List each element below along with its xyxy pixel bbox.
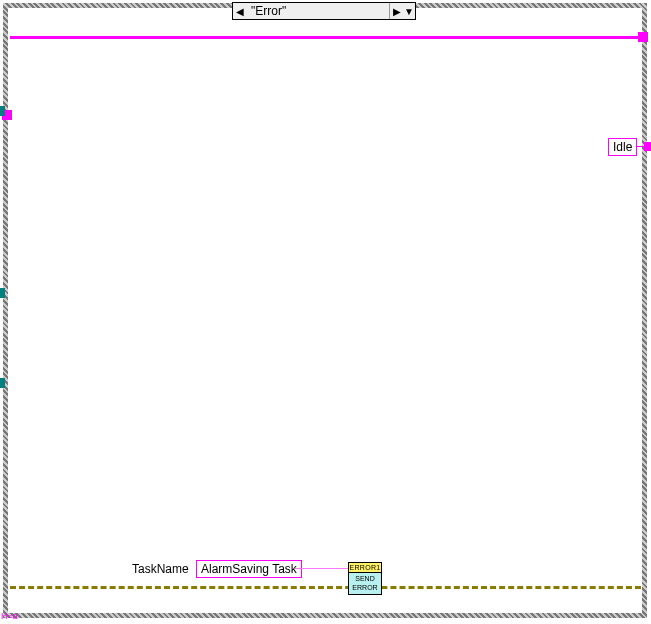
taskname-string-constant[interactable]: AlarmSaving Task <box>196 560 302 578</box>
edge-connector-c <box>0 378 5 388</box>
case-dropdown-arrow-icon[interactable]: ▼ <box>403 3 415 19</box>
taskname-label: TaskName <box>132 562 189 576</box>
case-selector-label: "Error" <box>247 4 389 18</box>
tunnel-state-out <box>638 32 648 42</box>
case-selector[interactable]: ◀ "Error" ▶ ▼ <box>232 2 416 20</box>
send-error-vi-header: ERROR1 <box>348 562 382 573</box>
footer-tag: H=a <box>1 611 18 621</box>
edge-connector-b <box>0 288 5 298</box>
case-prev-arrow-icon[interactable]: ◀ <box>233 3 247 19</box>
send-error-line2: ERROR <box>349 583 381 592</box>
wire-taskname <box>295 568 349 569</box>
send-error-subvi[interactable]: ERROR1 SEND ERROR <box>348 562 382 595</box>
send-error-line1: SEND <box>349 574 381 583</box>
wire-error-cluster <box>10 586 641 589</box>
case-structure-frame <box>3 3 647 618</box>
tunnel-idle-out <box>644 142 651 151</box>
case-next-arrow-icon[interactable]: ▶ <box>389 3 403 19</box>
edge-connector-a <box>0 106 5 116</box>
wire-state-cluster <box>10 36 641 39</box>
idle-state-constant[interactable]: Idle <box>608 138 637 156</box>
send-error-vi-body: SEND ERROR <box>348 573 382 595</box>
